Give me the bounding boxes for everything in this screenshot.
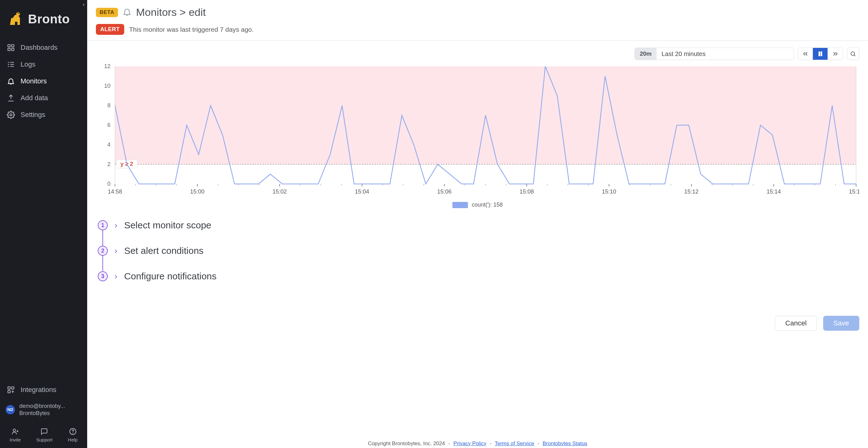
sidebar-item-logs[interactable]: Logs xyxy=(0,56,87,73)
svg-point-18 xyxy=(13,429,16,432)
copyright: Copyright Brontobytes, Inc. 2024 xyxy=(368,441,445,446)
time-preset: 20m xyxy=(635,48,657,60)
invite-icon xyxy=(11,428,19,435)
breadcrumb: Monitors > edit xyxy=(136,6,206,19)
zoom-button[interactable] xyxy=(847,47,859,60)
step-number: 3 xyxy=(98,271,108,281)
sidebar-item-label: Settings xyxy=(21,111,45,119)
brand-name: Bronto xyxy=(28,12,70,26)
main: BETA Monitors > edit ALERT This monitor … xyxy=(87,0,868,448)
time-label: Last 20 minutes xyxy=(657,50,794,58)
svg-text:15:00: 15:00 xyxy=(190,188,205,195)
sidebar-item-label: Logs xyxy=(21,60,35,68)
sidebar-item-label: Monitors xyxy=(21,77,47,85)
legend-swatch xyxy=(453,202,468,208)
svg-text:15:02: 15:02 xyxy=(272,188,287,195)
svg-line-24 xyxy=(854,55,855,56)
account-block[interactable]: ND demo@brontoby... BrontoBytes xyxy=(0,398,87,421)
svg-text:6: 6 xyxy=(107,122,111,128)
svg-rect-5 xyxy=(11,44,14,47)
svg-rect-21 xyxy=(819,51,820,56)
account-email: demo@brontoby... xyxy=(19,403,65,410)
svg-rect-15 xyxy=(8,387,10,389)
bell-icon xyxy=(7,77,15,85)
sidebar-nav: Dashboards Logs Monitors Add data Settin… xyxy=(0,37,87,125)
chevron-right-icon: › xyxy=(115,221,117,229)
sidebar-item-settings[interactable]: Settings xyxy=(0,106,87,123)
chart-legend: count('): 158 xyxy=(96,202,859,208)
svg-text:15:14: 15:14 xyxy=(767,188,781,195)
alert-badge: ALERT xyxy=(96,24,124,35)
sidebar-item-label: Dashboards xyxy=(21,43,58,51)
svg-point-23 xyxy=(851,51,855,56)
bell-icon xyxy=(122,7,132,18)
sidebar-collapse-icon[interactable]: ‹ xyxy=(83,1,85,8)
sidebar: ‹ Bronto Dashboards Logs Monitors xyxy=(0,0,87,448)
svg-text:2: 2 xyxy=(107,161,111,167)
svg-text:15:06: 15:06 xyxy=(437,188,452,195)
svg-point-14 xyxy=(10,114,12,116)
upload-icon xyxy=(7,94,15,102)
step-title: Configure notifications xyxy=(124,271,217,281)
beta-badge: BETA xyxy=(96,8,118,17)
sidebar-item-label: Add data xyxy=(21,94,48,102)
svg-rect-6 xyxy=(8,48,10,51)
time-forward-button[interactable] xyxy=(828,48,843,60)
footer-help[interactable]: Help xyxy=(68,428,78,442)
time-back-button[interactable] xyxy=(798,48,813,60)
svg-rect-22 xyxy=(821,51,822,56)
breadcrumb-current: edit xyxy=(189,6,206,18)
step-notifications[interactable]: 3 › Configure notifications xyxy=(98,271,859,281)
save-button[interactable]: Save xyxy=(823,316,859,331)
svg-rect-3 xyxy=(19,12,19,14)
step-number: 2 xyxy=(98,246,108,256)
sidebar-footer: Invite Support Help xyxy=(0,423,87,448)
svg-text:15:12: 15:12 xyxy=(684,188,699,195)
logs-icon xyxy=(7,60,15,68)
svg-rect-2 xyxy=(18,12,18,14)
brand-logo-icon xyxy=(8,11,24,27)
config-steps: 1 › Select monitor scope 2 › Set alert c… xyxy=(98,220,859,281)
svg-text:4: 4 xyxy=(107,141,111,148)
footer-link-status[interactable]: Brontobytes Status xyxy=(542,441,588,446)
sidebar-item-add-data[interactable]: Add data xyxy=(0,90,87,106)
svg-text:15:08: 15:08 xyxy=(520,188,534,195)
footer-link-privacy[interactable]: Privacy Policy xyxy=(453,441,486,446)
svg-point-20 xyxy=(72,433,73,434)
svg-text:8: 8 xyxy=(107,102,111,109)
brand: Bronto xyxy=(0,0,87,37)
action-bar: Cancel Save xyxy=(87,281,868,340)
time-pause-button[interactable] xyxy=(813,48,828,60)
chart-svg: y ≥ 202468101214:5815:0015:0215:0415:061… xyxy=(96,63,859,200)
step-number: 1 xyxy=(98,220,108,230)
svg-rect-4 xyxy=(8,44,10,47)
step-title: Select monitor scope xyxy=(124,220,211,231)
sidebar-lower: Integrations ND demo@brontoby... BrontoB… xyxy=(0,379,87,423)
monitor-chart[interactable]: y ≥ 202468101214:5815:0015:0215:0415:061… xyxy=(96,63,859,200)
time-range-picker[interactable]: 20m Last 20 minutes xyxy=(634,47,794,60)
svg-rect-17 xyxy=(8,390,10,393)
svg-text:14:58: 14:58 xyxy=(108,188,122,195)
gear-icon xyxy=(7,111,15,119)
svg-text:10: 10 xyxy=(104,82,111,89)
breadcrumb-parent[interactable]: Monitors xyxy=(136,6,177,18)
footer-invite[interactable]: Invite xyxy=(10,428,21,442)
time-bar: 20m Last 20 minutes xyxy=(96,47,859,60)
step-conditions[interactable]: 2 › Set alert conditions xyxy=(98,245,859,256)
chevron-right-icon: › xyxy=(115,272,117,280)
help-icon xyxy=(69,428,76,435)
sidebar-item-integrations[interactable]: Integrations xyxy=(0,381,87,398)
chevron-right-icon: › xyxy=(115,247,117,255)
footer-support[interactable]: Support xyxy=(36,428,53,442)
step-scope[interactable]: 1 › Select monitor scope xyxy=(98,220,859,231)
avatar: ND xyxy=(6,405,15,414)
account-org: BrontoBytes xyxy=(19,410,65,417)
step-title: Set alert conditions xyxy=(124,245,204,256)
sidebar-item-label: Integrations xyxy=(21,386,56,394)
cancel-button[interactable]: Cancel xyxy=(775,316,817,331)
integrations-icon xyxy=(7,386,15,394)
footer-link-terms[interactable]: Terms of Service xyxy=(495,441,534,446)
sidebar-item-dashboards[interactable]: Dashboards xyxy=(0,39,87,56)
sidebar-item-monitors[interactable]: Monitors xyxy=(0,73,87,90)
svg-text:15:10: 15:10 xyxy=(602,188,616,195)
